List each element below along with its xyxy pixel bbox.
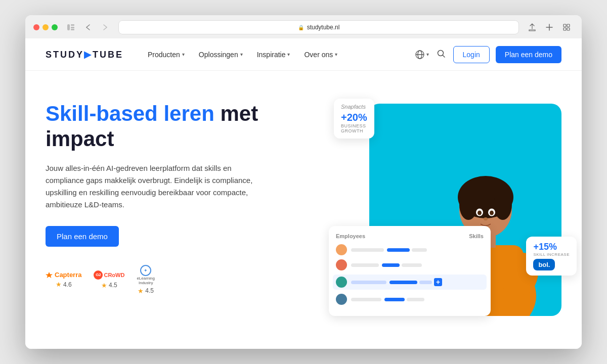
avatar	[336, 259, 347, 270]
svg-rect-3	[71, 29, 74, 30]
hero-left: Skill-based leren met impact Jouw alles-…	[46, 91, 309, 295]
hero-right: Snapfacts +20% BUSINESS GROWTH +15% SKIL…	[319, 71, 582, 349]
svg-rect-1	[71, 24, 74, 26]
stats-skill-label: SKILL INCREASE	[533, 252, 570, 257]
g2-stars: ★ 4.5	[101, 282, 117, 289]
svg-point-20	[494, 190, 512, 220]
close-button[interactable]	[33, 24, 39, 30]
svg-rect-7	[567, 28, 570, 30]
stats-card-top: Snapfacts +20% BUSINESS GROWTH	[334, 99, 374, 139]
url-text: studytube.nl	[307, 24, 340, 31]
sidebar-toggle[interactable]	[64, 22, 78, 32]
tab-overview-button[interactable]	[559, 22, 574, 32]
svg-point-23	[478, 211, 482, 215]
table-row	[336, 259, 484, 270]
g2-rating: G2 CRoWD ★ 4.5	[94, 270, 124, 289]
chevron-down-icon: ▾	[287, 52, 290, 57]
lock-icon: 🔒	[298, 25, 304, 30]
nav-producten[interactable]: Producten ▾	[148, 51, 185, 59]
share-button[interactable]	[525, 22, 539, 32]
stats-label1: BUSINESS	[341, 123, 366, 128]
elearning-icon: ✦	[140, 265, 151, 276]
hero-heading: Skill-based leren met impact	[46, 101, 309, 152]
elearning-stars: ★ 4.5	[138, 287, 154, 295]
browser-chrome: 🔒 studytube.nl	[25, 15, 582, 38]
row-content	[351, 298, 484, 301]
nav-over-ons[interactable]: Over ons ▾	[304, 51, 337, 59]
stats-logo: Snapfacts	[341, 104, 366, 110]
avatar	[336, 244, 347, 255]
stats-number: +20%	[341, 112, 367, 123]
browser-actions	[525, 22, 574, 32]
svg-point-19	[459, 190, 478, 220]
g2-icon: G2	[94, 270, 103, 280]
elearning-rating: ✦ eLearningIndustry ★ 4.5	[137, 265, 155, 295]
chevron-down-icon: ▾	[182, 52, 185, 57]
logo: STUDY▶TUBE	[46, 49, 123, 60]
avatar	[336, 277, 347, 288]
chevron-down-icon: ▾	[240, 52, 243, 57]
row-content	[351, 263, 484, 267]
capterra-stars: ★ 4.6	[56, 281, 72, 288]
row-content	[351, 278, 484, 286]
browser-controls	[64, 22, 112, 32]
stats-card-br: +15% SKILL INCREASE bol.	[526, 237, 577, 276]
table-row	[336, 294, 484, 305]
table-row-highlighted	[333, 275, 487, 290]
svg-point-25	[484, 217, 488, 220]
chevron-down-icon: ▾	[426, 52, 429, 57]
capterra-rating: Capterra ★ 4.6	[46, 271, 81, 288]
hero-cta-button[interactable]: Plan een demo	[46, 226, 119, 247]
website-content: STUDY▶TUBE Producten ▾ Oplossingen ▾ Ins…	[25, 38, 582, 349]
nav-inspiratie[interactable]: Inspiratie ▾	[257, 51, 290, 59]
forward-button[interactable]	[98, 22, 112, 32]
navigation: STUDY▶TUBE Producten ▾ Oplossingen ▾ Ins…	[25, 38, 582, 71]
demo-button[interactable]: Plan een demo	[496, 46, 561, 63]
stats-label2: GROWTH	[341, 128, 363, 133]
svg-rect-4	[563, 24, 566, 27]
new-tab-button[interactable]	[542, 22, 556, 32]
chevron-down-icon: ▾	[335, 52, 337, 57]
hero-subtext: Jouw alles-in-één AI-gedreven leerplatfo…	[46, 162, 268, 211]
browser-window: 🔒 studytube.nl STUDY▶TUBE	[25, 15, 582, 349]
traffic-lights	[33, 24, 58, 30]
back-button[interactable]	[81, 22, 95, 32]
avatar	[336, 294, 347, 305]
svg-rect-5	[567, 24, 570, 27]
stats-number-sm: +15%	[533, 242, 557, 252]
g2-logo: G2 CRoWD	[94, 270, 124, 280]
minimize-button[interactable]	[42, 24, 49, 30]
hero-section: Skill-based leren met impact Jouw alles-…	[25, 71, 582, 349]
svg-rect-6	[563, 28, 566, 30]
language-selector[interactable]: ▾	[415, 50, 429, 59]
bol-badge: bol.	[533, 259, 555, 270]
nav-links: Producten ▾ Oplossingen ▾ Inspiratie ▾ O…	[148, 51, 415, 59]
address-bar[interactable]: 🔒 studytube.nl	[118, 20, 519, 34]
svg-line-12	[443, 55, 445, 57]
nav-oplossingen[interactable]: Oplossingen ▾	[199, 51, 243, 59]
hero-image-area: Snapfacts +20% BUSINESS GROWTH +15% SKIL…	[339, 94, 561, 326]
svg-rect-0	[67, 24, 70, 30]
login-button[interactable]: Login	[453, 46, 490, 63]
capterra-logo: Capterra	[46, 271, 81, 279]
svg-marker-13	[46, 272, 53, 278]
elearning-logo: ✦ eLearningIndustry	[137, 265, 155, 285]
dashboard-card: Employees Skills	[329, 226, 491, 316]
ratings-section: Capterra ★ 4.6 G2 CRoWD	[46, 265, 309, 295]
nav-right: ▾ Login Plan een demo	[415, 46, 561, 63]
svg-rect-2	[71, 27, 74, 28]
maximize-button[interactable]	[52, 24, 58, 30]
dashboard-header: Employees Skills	[336, 233, 484, 239]
row-content	[351, 248, 484, 252]
svg-point-24	[490, 211, 494, 215]
search-button[interactable]	[435, 48, 447, 62]
table-row	[336, 244, 484, 255]
